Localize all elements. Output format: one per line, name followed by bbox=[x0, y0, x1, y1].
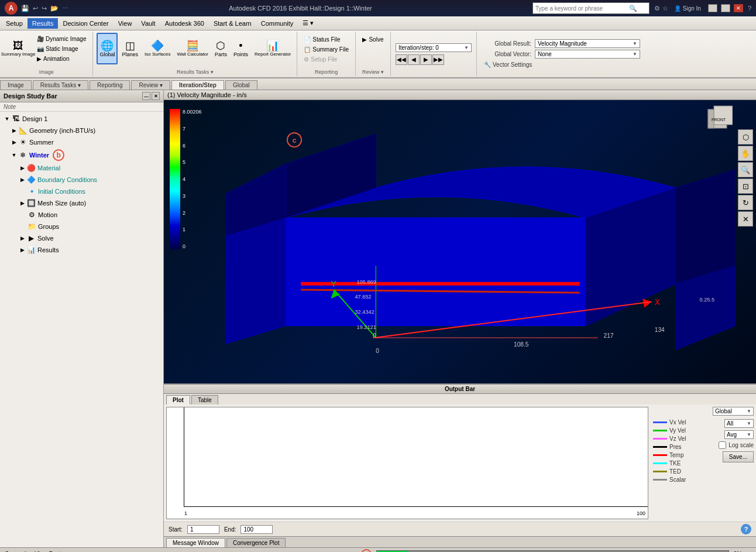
menu-setup[interactable]: Setup bbox=[1, 18, 28, 29]
global-button[interactable]: 🌐 Global bbox=[97, 33, 118, 64]
search-options-icon[interactable]: ⚙ bbox=[654, 5, 660, 12]
zoom-button[interactable]: 🔍 bbox=[738, 162, 753, 177]
tab-convergence-plot[interactable]: Convergence Plot bbox=[226, 538, 286, 547]
tree-item-results[interactable]: ▶ 📊 Results bbox=[1, 244, 162, 256]
tree-item-solve[interactable]: ▶ ▶ Solve bbox=[1, 232, 162, 244]
solve-toggle[interactable]: ▶ bbox=[19, 235, 26, 242]
material-toggle[interactable]: ▶ bbox=[19, 164, 26, 172]
iteration-dropdown[interactable]: Iteration/step: 0 ▼ bbox=[396, 43, 472, 52]
menu-autodesk-360[interactable]: Autodesk 360 bbox=[160, 18, 209, 29]
legend-dropdown-global[interactable]: Global ▼ bbox=[713, 407, 754, 416]
search-input[interactable] bbox=[535, 5, 629, 12]
menu-vault[interactable]: Vault bbox=[136, 18, 160, 29]
design1-toggle[interactable]: ▼ bbox=[4, 115, 11, 122]
geometry-toggle[interactable]: ▶ bbox=[11, 127, 18, 134]
global-result-dropdown[interactable]: Velocity Magnitude ▼ bbox=[535, 39, 640, 48]
quick-access-extra[interactable]: ⋯ bbox=[62, 5, 68, 12]
winter-toggle[interactable]: ▼ bbox=[11, 152, 18, 159]
tree-item-winter[interactable]: ▼ ❄ Winter b bbox=[1, 148, 162, 162]
vector-settings-button[interactable]: 🔧 Vector Settings bbox=[482, 60, 534, 69]
pan-button[interactable]: ✋ bbox=[738, 146, 753, 161]
mesh-toggle[interactable]: ▶ bbox=[19, 200, 26, 207]
tree-item-boundary[interactable]: ▶ 🔷 Boundary Conditions bbox=[1, 174, 162, 186]
tab-image[interactable]: Image bbox=[0, 80, 32, 90]
nav-next-next-button[interactable]: ▶▶ bbox=[432, 54, 444, 65]
annotation-c[interactable]: c bbox=[287, 132, 302, 148]
review-label[interactable]: Review ▾ bbox=[356, 69, 390, 75]
close-button[interactable]: ✕ bbox=[734, 4, 743, 12]
tab-plot[interactable]: Plot bbox=[166, 395, 190, 404]
search-icon[interactable]: 🔍 bbox=[629, 5, 637, 12]
iso-surfaces-button[interactable]: 🔷 Iso Surfaces bbox=[142, 33, 173, 64]
menu-extra[interactable]: ☰ ▾ bbox=[298, 18, 318, 29]
tab-table[interactable]: Table bbox=[191, 395, 218, 404]
view-cube-button[interactable]: ⬡ bbox=[738, 129, 753, 145]
global-vector-dropdown[interactable]: None ▼ bbox=[535, 50, 640, 59]
quick-access-open[interactable]: 📂 bbox=[50, 5, 59, 12]
summary-file-button[interactable]: 📋 Summary File bbox=[301, 45, 352, 54]
tree-item-design1[interactable]: ▼ 🏗 Design 1 bbox=[1, 113, 162, 125]
nav-prev-button[interactable]: ◀ bbox=[408, 54, 420, 65]
tab-results-tasks[interactable]: Results Tasks ▾ bbox=[33, 80, 88, 90]
maximize-button[interactable]: □ bbox=[721, 4, 730, 12]
minimize-button[interactable]: — bbox=[708, 4, 717, 12]
reset-button[interactable]: ✕ bbox=[738, 211, 753, 227]
dynamic-image-button[interactable]: 🎥 Dynamic Image bbox=[34, 35, 89, 43]
quick-access-redo[interactable]: ↪ bbox=[42, 5, 47, 12]
sign-in-button[interactable]: 👤 Sign In bbox=[671, 4, 705, 13]
results-toggle[interactable]: ▶ bbox=[19, 246, 26, 253]
menu-community[interactable]: Community bbox=[256, 18, 298, 29]
status-file-button[interactable]: 📄 Status File bbox=[301, 35, 352, 44]
tree-item-geometry[interactable]: ▶ 📐 Geometry (inch-BTU/s) bbox=[1, 125, 162, 136]
tab-iteration-step[interactable]: Iteration/Step bbox=[171, 80, 224, 90]
legend-dropdown-avg[interactable]: Avg ▼ bbox=[724, 430, 754, 439]
menu-results[interactable]: Results bbox=[28, 18, 59, 29]
annotation-a[interactable]: a bbox=[361, 549, 372, 553]
tree-item-initial[interactable]: 🔹 Initial Conditions bbox=[1, 186, 162, 197]
viewport-3d[interactable]: 8.00206 7 6 5 4 3 2 1 0 bbox=[164, 100, 756, 383]
quick-access-undo[interactable]: ↩ bbox=[33, 5, 38, 12]
nav-next-button[interactable]: ▶ bbox=[420, 54, 432, 65]
animation-button[interactable]: ▶ Animation bbox=[34, 54, 89, 63]
nav-prev-prev-button[interactable]: ◀◀ bbox=[396, 54, 407, 65]
tree-item-motion[interactable]: ⚙ Motion bbox=[1, 209, 162, 221]
star-icon[interactable]: ☆ bbox=[662, 5, 668, 12]
search-box[interactable]: 🔍 bbox=[532, 2, 650, 14]
menu-start-learn[interactable]: Start & Learn bbox=[209, 18, 256, 29]
tab-reporting[interactable]: Reporting bbox=[90, 80, 130, 90]
boundary-toggle[interactable]: ▶ bbox=[19, 176, 26, 183]
start-input[interactable] bbox=[187, 525, 219, 534]
tab-message-window[interactable]: Message Window bbox=[166, 538, 225, 547]
fit-button[interactable]: ⊡ bbox=[738, 179, 753, 194]
planes-button[interactable]: ◫ Planes bbox=[119, 33, 140, 64]
log-scale-checkbox[interactable] bbox=[719, 441, 726, 449]
menu-decision-center[interactable]: Decision Center bbox=[58, 18, 113, 29]
summary-image-button[interactable]: 🖼 Summary Image bbox=[4, 33, 33, 64]
save-button[interactable]: Save... bbox=[723, 451, 754, 462]
report-generator-button[interactable]: 📊 Report Generator bbox=[252, 33, 293, 64]
tree-item-summer[interactable]: ▶ ☀ Summer bbox=[1, 136, 162, 148]
tab-review[interactable]: Review ▾ bbox=[131, 80, 170, 90]
menu-view[interactable]: View bbox=[114, 18, 137, 29]
parts-button[interactable]: ⬡ Parts bbox=[212, 33, 229, 64]
tree-item-groups[interactable]: 📁 Groups bbox=[1, 221, 162, 232]
legend-dropdown-all[interactable]: All ▼ bbox=[724, 419, 754, 428]
annotation-b[interactable]: b bbox=[53, 149, 64, 161]
tree-item-material[interactable]: ▶ 🔴 Material bbox=[1, 162, 162, 174]
solve-button[interactable]: ▶ Solve bbox=[359, 35, 386, 44]
summer-toggle[interactable]: ▶ bbox=[11, 139, 18, 146]
static-image-button[interactable]: 📷 Static Image bbox=[34, 44, 89, 53]
help-icon[interactable]: ? bbox=[748, 5, 751, 12]
wall-calculator-button[interactable]: 🧮 Wall Calculator bbox=[174, 33, 211, 64]
tree-item-mesh[interactable]: ▶ 🔲 Mesh Size (auto) bbox=[1, 197, 162, 209]
setup-file-button[interactable]: ⚙ Setup File bbox=[301, 55, 352, 64]
help-icon[interactable]: ? bbox=[741, 524, 751, 534]
points-button[interactable]: • Points bbox=[231, 33, 250, 64]
sidebar-close-button[interactable]: ✕ bbox=[152, 92, 160, 100]
sidebar-minimize-button[interactable]: — bbox=[142, 92, 150, 100]
results-tasks-label[interactable]: Results Tasks ▾ bbox=[93, 69, 297, 75]
tab-global[interactable]: Global bbox=[225, 80, 257, 90]
rotate-button[interactable]: ↻ bbox=[738, 195, 753, 210]
quick-access-save[interactable]: 💾 bbox=[21, 5, 29, 12]
end-input[interactable] bbox=[240, 525, 273, 534]
